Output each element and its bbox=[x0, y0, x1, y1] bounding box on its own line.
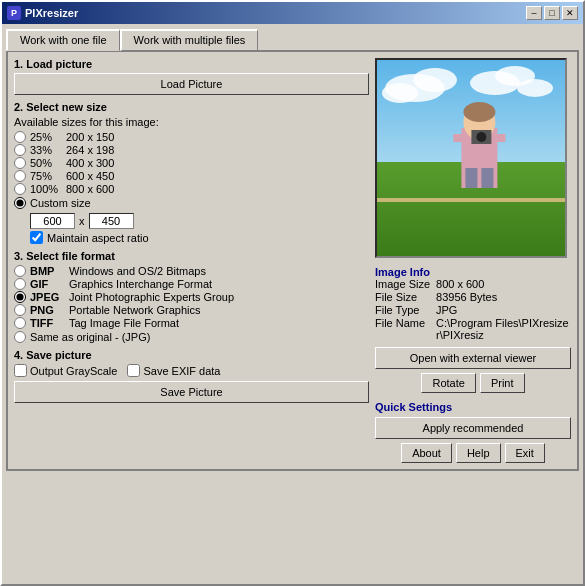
format-desc-gif: Graphics Interchange Format bbox=[69, 278, 212, 290]
quick-settings-buttons: Apply recommended About Help Exit bbox=[375, 417, 571, 463]
size-dim-4: 800 x 600 bbox=[66, 183, 114, 195]
format-options: BMP Windows and OS/2 Bitmaps GIF Graphic… bbox=[14, 265, 369, 343]
format-desc-png: Portable Network Graphics bbox=[69, 304, 200, 316]
grayscale-option: Output GrayScale bbox=[14, 364, 117, 377]
title-bar: P PIXresizer – □ ✕ bbox=[2, 2, 583, 24]
size-radio-3[interactable] bbox=[14, 170, 26, 182]
size-row-3: 75% 600 x 450 bbox=[14, 170, 369, 182]
format-name-jpeg: JPEG bbox=[30, 291, 65, 303]
size-percent-4: 100% bbox=[30, 183, 62, 195]
quick-settings-section: Quick Settings Apply recommended About H… bbox=[375, 399, 571, 463]
size-percent-0: 25% bbox=[30, 131, 62, 143]
custom-height-input[interactable] bbox=[89, 213, 134, 229]
format-desc-bmp: Windows and OS/2 Bitmaps bbox=[69, 265, 206, 277]
format-desc-tiff: Tag Image File Format bbox=[69, 317, 179, 329]
preview-canvas bbox=[375, 58, 567, 258]
format-radio-gif[interactable] bbox=[14, 278, 26, 290]
custom-size-row: Custom size bbox=[14, 197, 369, 209]
minimize-button[interactable]: – bbox=[526, 6, 542, 20]
format-jpeg: JPEG Joint Photographic Experts Group bbox=[14, 291, 369, 303]
right-panel: Image Info Image Size 800 x 600 File Siz… bbox=[375, 58, 571, 463]
size-percent-2: 50% bbox=[30, 157, 62, 169]
exif-option: Save EXIF data bbox=[127, 364, 220, 377]
file-type-label: File Type bbox=[375, 304, 430, 316]
save-options-row: Output GrayScale Save EXIF data bbox=[14, 364, 369, 377]
format-radio-png[interactable] bbox=[14, 304, 26, 316]
size-percent-1: 33% bbox=[30, 144, 62, 156]
custom-inputs-row: x bbox=[30, 213, 369, 229]
help-button[interactable]: Help bbox=[456, 443, 501, 463]
exif-checkbox[interactable] bbox=[127, 364, 140, 377]
maintain-aspect-checkbox[interactable] bbox=[30, 231, 43, 244]
action-buttons: Open with external viewer Rotate Print bbox=[375, 347, 571, 393]
exif-label: Save EXIF data bbox=[143, 365, 220, 377]
same-format-radio[interactable] bbox=[14, 331, 26, 343]
close-button[interactable]: ✕ bbox=[562, 6, 578, 20]
format-gif: GIF Graphics Interchange Format bbox=[14, 278, 369, 290]
open-viewer-button[interactable]: Open with external viewer bbox=[375, 347, 571, 369]
section-load: 1. Load picture Load Picture bbox=[14, 58, 369, 95]
maintain-aspect-label: Maintain aspect ratio bbox=[47, 232, 149, 244]
grayscale-checkbox[interactable] bbox=[14, 364, 27, 377]
quick-settings-label: Quick Settings bbox=[375, 401, 571, 413]
app-icon: P bbox=[7, 6, 21, 20]
format-section-label: 3. Select file format bbox=[14, 250, 369, 262]
format-radio-jpeg[interactable] bbox=[14, 291, 26, 303]
size-row-2: 50% 400 x 300 bbox=[14, 157, 369, 169]
maintain-aspect-row: Maintain aspect ratio bbox=[30, 231, 369, 244]
size-dim-3: 600 x 450 bbox=[66, 170, 114, 182]
apply-recommended-button[interactable]: Apply recommended bbox=[375, 417, 571, 439]
load-picture-button[interactable]: Load Picture bbox=[14, 73, 369, 95]
format-name-png: PNG bbox=[30, 304, 65, 316]
x-separator: x bbox=[79, 215, 85, 227]
available-sizes-header: Available sizes for this image: bbox=[14, 116, 369, 128]
size-radio-1[interactable] bbox=[14, 144, 26, 156]
size-section-label: 2. Select new size bbox=[14, 101, 369, 113]
format-desc-jpeg: Joint Photographic Experts Group bbox=[69, 291, 234, 303]
load-section-label: 1. Load picture bbox=[14, 58, 369, 70]
same-as-original-row: Same as original - (JPG) bbox=[14, 331, 369, 343]
custom-size-radio[interactable] bbox=[14, 197, 26, 209]
file-size-value: 83956 Bytes bbox=[436, 291, 571, 303]
custom-width-input[interactable] bbox=[30, 213, 75, 229]
format-name-gif: GIF bbox=[30, 278, 65, 290]
save-picture-button[interactable]: Save Picture bbox=[14, 381, 369, 403]
size-dim-0: 200 x 150 bbox=[66, 131, 114, 143]
exit-button[interactable]: Exit bbox=[505, 443, 545, 463]
content-area: Work with one file Work with multiple fi… bbox=[2, 24, 583, 475]
format-radio-tiff[interactable] bbox=[14, 317, 26, 329]
rotate-button[interactable]: Rotate bbox=[421, 373, 475, 393]
left-panel: 1. Load picture Load Picture 2. Select n… bbox=[14, 58, 369, 463]
image-info-section: Image Info Image Size 800 x 600 File Siz… bbox=[375, 264, 571, 341]
image-info-label: Image Info bbox=[375, 266, 571, 278]
window-title: PIXresizer bbox=[25, 7, 78, 19]
print-button[interactable]: Print bbox=[480, 373, 525, 393]
image-size-value: 800 x 600 bbox=[436, 278, 571, 290]
file-size-label: File Size bbox=[375, 291, 430, 303]
grayscale-label: Output GrayScale bbox=[30, 365, 117, 377]
tab-bar: Work with one file Work with multiple fi… bbox=[6, 28, 579, 50]
size-radio-4[interactable] bbox=[14, 183, 26, 195]
title-bar-left: P PIXresizer bbox=[7, 6, 78, 20]
file-type-value: JPG bbox=[436, 304, 571, 316]
save-section-label: 4. Save picture bbox=[14, 349, 369, 361]
size-row-0: 25% 200 x 150 bbox=[14, 131, 369, 143]
tab-work-multiple-files[interactable]: Work with multiple files bbox=[120, 29, 259, 51]
size-percent-3: 75% bbox=[30, 170, 62, 182]
section-size: 2. Select new size Available sizes for t… bbox=[14, 101, 369, 244]
about-button[interactable]: About bbox=[401, 443, 452, 463]
image-size-label: Image Size bbox=[375, 278, 430, 290]
format-name-bmp: BMP bbox=[30, 265, 65, 277]
section-save: 4. Save picture Output GrayScale Save EX… bbox=[14, 349, 369, 403]
format-png: PNG Portable Network Graphics bbox=[14, 304, 369, 316]
same-format-label: Same as original - (JPG) bbox=[30, 331, 150, 343]
size-radio-2[interactable] bbox=[14, 157, 26, 169]
format-radio-bmp[interactable] bbox=[14, 265, 26, 277]
custom-size-label: Custom size bbox=[30, 197, 91, 209]
format-name-tiff: TIFF bbox=[30, 317, 65, 329]
size-radio-0[interactable] bbox=[14, 131, 26, 143]
format-tiff: TIFF Tag Image File Format bbox=[14, 317, 369, 329]
restore-button[interactable]: □ bbox=[544, 6, 560, 20]
tab-work-one-file[interactable]: Work with one file bbox=[6, 29, 120, 51]
file-name-label: File Name bbox=[375, 317, 430, 341]
